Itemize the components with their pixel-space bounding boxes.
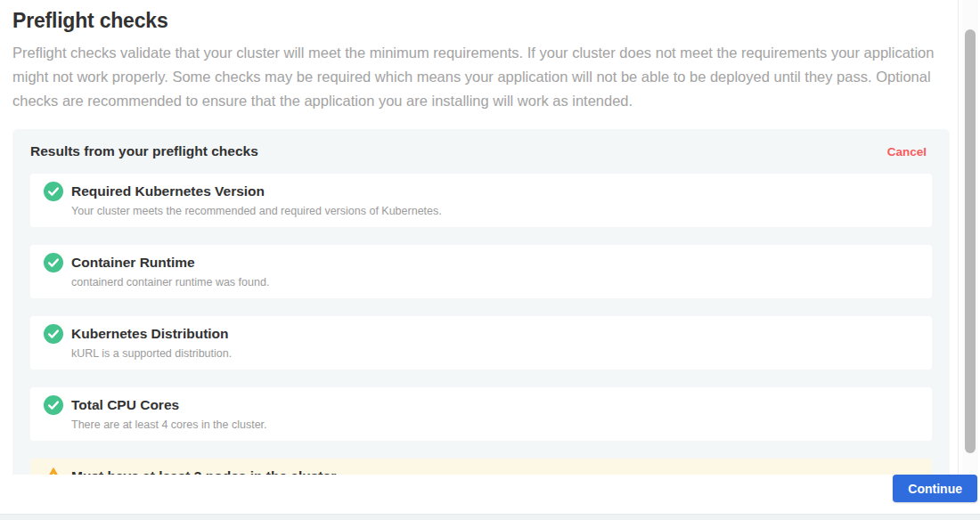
check-title: Must have at least 3 nodes in the cluste… — [71, 467, 336, 475]
check-title: Container Runtime — [71, 253, 269, 272]
bottom-strip — [0, 514, 980, 520]
check-circle-icon — [44, 253, 63, 272]
vertical-scrollbar[interactable] — [962, 0, 978, 475]
footer-bar: Continue — [0, 475, 980, 514]
checks-list: Required Kubernetes Version Your cluster… — [30, 174, 932, 475]
continue-button[interactable]: Continue — [893, 475, 977, 502]
page-title: Preflight checks — [12, 9, 958, 33]
warning-triangle-icon — [44, 467, 63, 475]
results-card-title: Results from your preflight checks — [30, 143, 258, 159]
check-row: Container Runtime containerd container r… — [30, 245, 932, 298]
check-circle-icon — [44, 182, 63, 201]
check-title: Kubernetes Distribution — [71, 324, 232, 344]
scroll-viewport: Preflight checks Preflight checks valida… — [0, 0, 959, 475]
check-title: Total CPU Cores — [71, 395, 267, 415]
check-row: Total CPU Cores There are at least 4 cor… — [30, 387, 932, 441]
scrollbar-thumb[interactable] — [965, 29, 976, 453]
cancel-link[interactable]: Cancel — [887, 145, 927, 158]
check-message: containerd container runtime was found. — [71, 275, 269, 289]
check-message: kURL is a supported distribution. — [71, 346, 232, 361]
preflight-results-card: Results from your preflight checks Cance… — [12, 129, 950, 475]
results-card-header: Results from your preflight checks Cance… — [30, 142, 932, 161]
check-circle-icon — [44, 324, 63, 344]
check-title: Required Kubernetes Version — [71, 182, 442, 201]
check-message: There are at least 4 cores in the cluste… — [71, 418, 267, 432]
check-row: Kubernetes Distribution kURL is a suppor… — [30, 316, 932, 370]
page-description: Preflight checks validate that your clus… — [12, 41, 941, 113]
check-message: Your cluster meets the recommended and r… — [71, 204, 442, 218]
check-row: Must have at least 3 nodes in the cluste… — [30, 459, 932, 475]
check-circle-icon — [44, 395, 63, 415]
check-row: Required Kubernetes Version Your cluster… — [30, 174, 932, 227]
